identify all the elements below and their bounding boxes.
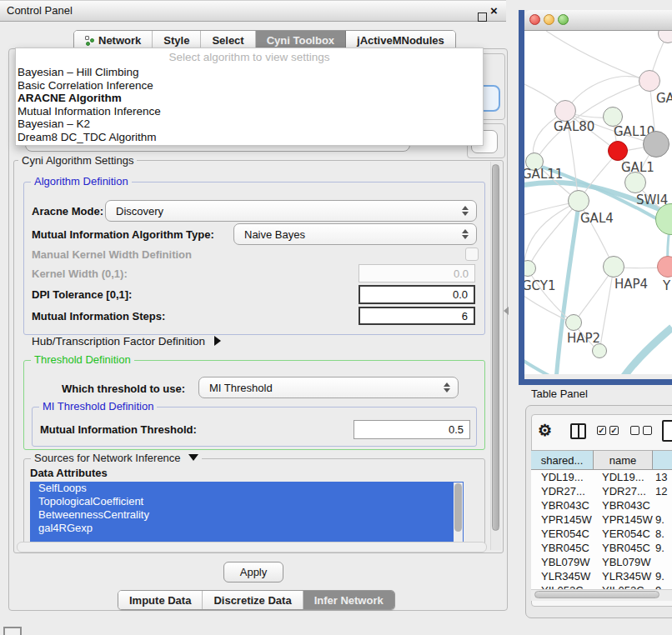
table-row[interactable]: YER054CYER054C8. <box>531 527 672 541</box>
attribute-item[interactable]: BetweennessCentrality <box>30 508 464 522</box>
checked-checkbox-icon[interactable]: ✓ <box>609 426 619 435</box>
table-row[interactable]: YDL19...YDL19...13 <box>531 470 672 484</box>
aracne-mode-label: Aracne Mode: <box>32 205 103 218</box>
which-threshold-combobox[interactable]: MI Threshold <box>198 377 459 398</box>
table-cell: 9. <box>653 541 672 555</box>
table-cell: 9 <box>653 583 672 589</box>
table-row[interactable]: YBL079WYBL079W <box>531 555 672 569</box>
minimized-panel-icon[interactable] <box>3 627 22 635</box>
mi-type-combobox[interactable]: Naive Bayes <box>233 223 477 245</box>
float-panel-icon[interactable] <box>478 12 487 22</box>
column-header-shared[interactable]: shared... <box>531 450 594 470</box>
table-row[interactable]: YBR045CYBR045C9. <box>531 541 672 555</box>
network-node-swi4[interactable] <box>624 172 646 193</box>
tab-label: jActiveMNodules <box>357 34 444 47</box>
mi-threshold-field[interactable]: 0.5 <box>354 420 470 439</box>
network-node-gal1[interactable] <box>608 141 628 161</box>
table-cell: YLR345W <box>594 569 653 583</box>
minimize-window-icon[interactable] <box>544 14 554 25</box>
close-panel-icon[interactable]: × <box>490 4 498 18</box>
algorithm-option[interactable]: Bayesian – K2 <box>18 118 481 131</box>
control-panel-title: Control Panel <box>7 1 73 21</box>
tab-discretize-data[interactable]: Discretize Data <box>203 591 303 609</box>
kernel-width-field[interactable]: 0.0 <box>359 264 475 282</box>
panel-splitter-arrow[interactable] <box>504 307 509 315</box>
settings-horizontal-scrollbar[interactable] <box>17 542 487 552</box>
table-row[interactable]: YPR145WYPR145W9. <box>531 512 672 527</box>
algorithm-dropdown-popup: Select algorithm to view settings Bayesi… <box>15 48 484 146</box>
gear-icon[interactable]: ⚙ <box>538 421 552 440</box>
algorithm-option[interactable]: Basic Correlation Inference <box>18 79 481 92</box>
new-table-icon[interactable] <box>662 420 672 442</box>
algorithm-option[interactable]: Dream8 DC_TDC Algorithm <box>18 131 481 144</box>
dpi-tolerance-field[interactable]: 0.0 <box>359 285 475 304</box>
algorithm-list: Bayesian – Hill ClimbingBasic Correlatio… <box>18 66 481 143</box>
node-label: GAL11 <box>524 167 563 182</box>
table-header: shared... name <box>531 450 672 470</box>
algorithm-option[interactable]: Bayesian – Hill Climbing <box>18 66 481 79</box>
sources-group-title[interactable]: Sources for Network Inference <box>31 452 202 464</box>
combo-stepper-icon <box>444 382 450 393</box>
attributes-scrollbar-thumb[interactable] <box>454 483 462 532</box>
network-node-gal4[interactable] <box>568 190 589 212</box>
table-cell: 8. <box>653 527 672 541</box>
tab-impute-data[interactable]: Impute Data <box>118 591 203 609</box>
network-node-gal[interactable] <box>639 70 660 92</box>
table-row[interactable]: YIL052CYIL052C9 <box>531 583 672 589</box>
apply-button[interactable]: Apply <box>223 562 283 582</box>
split-columns-icon[interactable] <box>570 423 586 439</box>
application-root: Control Panel × NetworkStyleSelectCyni T… <box>0 0 672 635</box>
data-attributes-list[interactable]: SelfLoopsTopologicalCoefficientBetweenne… <box>30 482 464 542</box>
kernel-width-label: Kernel Width (0,1): <box>32 268 128 280</box>
table-cell: YER054C <box>594 527 653 541</box>
table-cell: YPR145W <box>594 512 653 527</box>
aracne-mode-combobox[interactable]: Discovery <box>105 200 477 222</box>
network-window-titlebar[interactable] <box>524 10 672 31</box>
node-label: Y <box>663 278 670 293</box>
tab-label: Infer Network <box>314 594 384 607</box>
network-node-hap4[interactable] <box>603 256 624 278</box>
unchecked-checkbox-icon[interactable] <box>630 426 639 435</box>
threshold-definition-title: Threshold Definition <box>31 353 134 366</box>
table-panel-title: Table Panel <box>531 388 588 400</box>
table-cell: 13 <box>653 470 672 484</box>
network-node[interactable] <box>592 343 607 358</box>
table-cell <box>653 498 672 512</box>
dpi-tolerance-label: DPI Tolerance [0,1]: <box>32 288 132 301</box>
table-cell: YDR27... <box>594 484 653 498</box>
network-node-hap2[interactable] <box>565 314 582 331</box>
unchecked-checkbox-icon[interactable] <box>643 426 652 435</box>
network-graph-icon <box>85 36 94 46</box>
mi-type-label: Mutual Information Algorithm Type: <box>32 228 214 241</box>
column-header-clipped[interactable] <box>653 450 672 470</box>
algorithm-option[interactable]: Mutual Information Inference <box>18 105 481 118</box>
network-canvas[interactable]: GALGAL80GAL10GAL1GAL11SWI4GAL4GCY1HAP4YH… <box>524 31 672 374</box>
column-header-name[interactable]: name <box>594 450 653 470</box>
table-scrollbar-thumb[interactable] <box>534 591 659 598</box>
table-row[interactable]: YBR043CYBR043C <box>531 498 672 512</box>
zoom-window-icon[interactable] <box>558 14 569 25</box>
network-node[interactable] <box>643 131 669 158</box>
mi-type-value: Naive Bayes <box>244 228 305 241</box>
attribute-item[interactable]: SelfLoops <box>30 482 464 495</box>
manual-kernel-label: Manual Kernel Width Definition <box>32 248 192 261</box>
mi-steps-label: Mutual Information Steps: <box>32 310 165 322</box>
algorithm-definition-title: Algorithm Definition <box>31 175 132 188</box>
checked-checkbox-icon[interactable]: ✓ <box>597 426 606 435</box>
attribute-item[interactable]: TopologicalCoefficient <box>30 495 464 508</box>
close-window-icon[interactable] <box>529 14 540 25</box>
table-row[interactable]: YLR345WYLR345W9. <box>531 569 672 583</box>
tab-label: Select <box>212 34 243 47</box>
node-label: GCY1 <box>524 278 556 293</box>
attribute-item[interactable]: gal4RGexp <box>30 522 464 535</box>
table-cell: YBR045C <box>531 541 594 555</box>
hub-section-header[interactable]: Hub/Transcription Factor Definition <box>32 335 221 348</box>
mi-steps-field[interactable]: 6 <box>359 307 475 325</box>
tab-infer-network[interactable]: Infer Network <box>303 591 394 609</box>
attributes-scrollbar[interactable] <box>454 482 463 542</box>
aracne-mode-value: Discovery <box>116 205 163 218</box>
table-row[interactable]: YDR27...YDR27...12 <box>531 484 672 498</box>
manual-kernel-checkbox[interactable] <box>465 248 479 261</box>
settings-scrollbar-thumb[interactable] <box>492 164 499 531</box>
algorithm-option[interactable]: ARACNE Algorithm <box>18 92 481 105</box>
